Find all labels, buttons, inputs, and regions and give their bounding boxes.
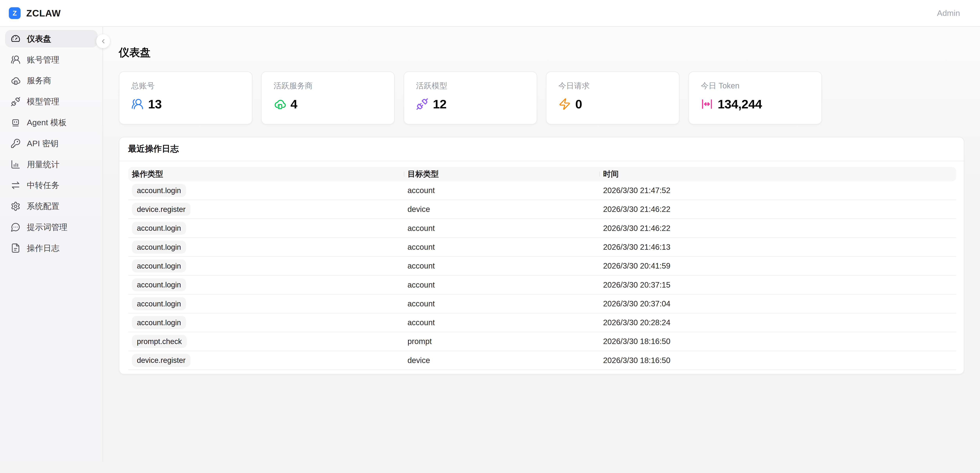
key-icon — [11, 139, 21, 148]
table-row: account.login account 2026/3/30 20:28:24 — [128, 314, 956, 332]
stat-card-total-accounts: 总账号 13 — [119, 72, 253, 124]
stat-value: 134,244 — [718, 97, 762, 111]
action-badge: prompt.check — [132, 335, 187, 348]
target-cell: device — [404, 205, 599, 213]
stat-card-today-tokens: 今日 Token 134,244 — [688, 72, 822, 124]
sidebar-item-usage-stats[interactable]: 用量统计 — [5, 156, 98, 173]
recent-logs-table: 操作类型 目标类型 时间 account.login account 2026/… — [119, 161, 964, 374]
bot-icon — [11, 118, 21, 127]
sidebar-item-accounts[interactable]: 账号管理 — [5, 51, 98, 68]
stat-value: 13 — [148, 97, 162, 111]
zap-icon — [558, 98, 571, 110]
target-cell: account — [404, 261, 599, 270]
action-badge: account.login — [132, 184, 186, 197]
users-icon — [11, 55, 21, 65]
recent-logs-card: 最近操作日志 操作类型 目标类型 时间 account.login accoun… — [119, 137, 964, 374]
gear-icon — [11, 201, 21, 211]
stat-label: 活跃服务商 — [274, 81, 382, 91]
sidebar-nav: 仪表盘 账号管理 服务商 模型管理 Agent 模板 API 密钥 — [0, 27, 103, 462]
sidebar-item-label: 账号管理 — [27, 54, 59, 65]
action-badge: account.login — [132, 240, 186, 254]
sidebar-item-dashboard[interactable]: 仪表盘 — [5, 30, 98, 48]
column-header-time: 时间 — [599, 169, 956, 179]
stat-card-active-models: 活跃模型 12 — [404, 72, 537, 124]
stat-label: 今日 Token — [701, 81, 810, 91]
page-title: 仪表盘 — [119, 46, 964, 59]
sidebar-item-label: Agent 模板 — [27, 117, 67, 128]
action-badge: account.login — [132, 297, 186, 310]
cloud-server-icon — [274, 98, 286, 110]
time-cell: 2026/3/30 20:28:24 — [599, 318, 956, 327]
app-logo-letter: Z — [13, 9, 17, 17]
sidebar-item-agent-templates[interactable]: Agent 模板 — [5, 114, 98, 131]
time-cell: 2026/3/30 20:37:04 — [599, 299, 956, 308]
top-header: Z ZCLAW Admin — [0, 0, 980, 27]
time-cell: 2026/3/30 20:37:15 — [599, 280, 956, 289]
target-cell: account — [404, 318, 599, 327]
target-cell: account — [404, 280, 599, 289]
table-row: account.login account 2026/3/30 21:47:52 — [128, 181, 956, 200]
target-cell: account — [404, 224, 599, 233]
file-text-icon — [11, 243, 21, 253]
time-cell: 2026/3/30 18:16:50 — [599, 356, 956, 365]
table-row: device.register device 2026/3/30 18:16:5… — [128, 351, 956, 370]
content-shell: 仪表盘 账号管理 服务商 模型管理 Agent 模板 API 密钥 — [0, 27, 980, 462]
table-row: account.login account 2026/3/30 20:41:59 — [128, 257, 956, 276]
target-cell: account — [404, 299, 599, 308]
main-content: 仪表盘 总账号 13 活跃服务商 4 活跃模型 — [103, 27, 980, 462]
target-cell: device — [404, 356, 599, 365]
recent-logs-title: 最近操作日志 — [119, 137, 964, 161]
sidebar-item-api-keys[interactable]: API 密钥 — [5, 135, 98, 152]
table-row: account.login account 2026/3/30 20:37:15 — [128, 276, 956, 295]
time-cell: 2026/3/30 21:46:22 — [599, 224, 956, 233]
gauge-icon — [11, 34, 21, 44]
app-window: Z ZCLAW Admin 仪表盘 账号管理 服务商 模型管理 — [0, 0, 980, 462]
unplug-icon — [416, 98, 428, 110]
table-row: prompt.check prompt 2026/3/30 18:16:50 — [128, 332, 956, 351]
sidebar-item-label: 用量统计 — [27, 159, 59, 170]
sidebar-item-operation-logs[interactable]: 操作日志 — [5, 239, 98, 257]
message-dots-icon — [11, 222, 21, 232]
stat-label: 活跃模型 — [416, 81, 525, 91]
chevron-left-icon — [100, 38, 107, 45]
sidebar-item-relay-tasks[interactable]: 中转任务 — [5, 177, 98, 194]
app-logo: Z — [9, 7, 21, 19]
stats-grid: 总账号 13 活跃服务商 4 活跃模型 — [119, 72, 964, 124]
action-badge: account.login — [132, 222, 186, 235]
action-badge: account.login — [132, 278, 186, 291]
swap-arrows-icon — [11, 180, 21, 190]
sidebar-item-label: 模型管理 — [27, 96, 59, 107]
target-cell: account — [404, 243, 599, 252]
token-width-icon — [701, 98, 713, 110]
sidebar-item-label: 中转任务 — [27, 180, 59, 191]
stat-value: 12 — [433, 97, 447, 111]
stat-label: 今日请求 — [558, 81, 667, 91]
sidebar-item-label: 提示词管理 — [27, 222, 67, 233]
column-header-target-type: 目标类型 — [404, 169, 599, 179]
sidebar-item-providers[interactable]: 服务商 — [5, 72, 98, 89]
stat-card-active-providers: 活跃服务商 4 — [261, 72, 395, 124]
sidebar-item-models[interactable]: 模型管理 — [5, 93, 98, 110]
sidebar-collapse-button[interactable] — [96, 34, 110, 48]
bar-chart-icon — [11, 159, 21, 169]
time-cell: 2026/3/30 21:46:13 — [599, 243, 956, 252]
stat-label: 总账号 — [131, 81, 240, 91]
table-row: account.login account 2026/3/30 21:46:22 — [128, 219, 956, 238]
time-cell: 2026/3/30 20:41:59 — [599, 261, 956, 270]
app-title: ZCLAW — [26, 8, 61, 19]
target-cell: prompt — [404, 337, 599, 346]
sidebar-item-label: 服务商 — [27, 75, 51, 86]
column-header-action-type: 操作类型 — [128, 169, 404, 179]
time-cell: 2026/3/30 21:47:52 — [599, 186, 956, 195]
unplug-icon — [11, 97, 21, 107]
sidebar-item-label: 系统配置 — [27, 201, 59, 212]
sidebar-item-prompt-management[interactable]: 提示词管理 — [5, 218, 98, 236]
sidebar-item-system-config[interactable]: 系统配置 — [5, 197, 98, 215]
action-badge: account.login — [132, 316, 186, 329]
table-row: device.register device 2026/3/30 21:46:2… — [128, 200, 956, 219]
table-header-row: 操作类型 目标类型 时间 — [128, 167, 956, 181]
sidebar-item-label: API 密钥 — [27, 138, 59, 149]
time-cell: 2026/3/30 21:46:22 — [599, 205, 956, 213]
user-menu[interactable]: Admin — [937, 8, 960, 18]
cloud-server-icon — [11, 76, 21, 86]
